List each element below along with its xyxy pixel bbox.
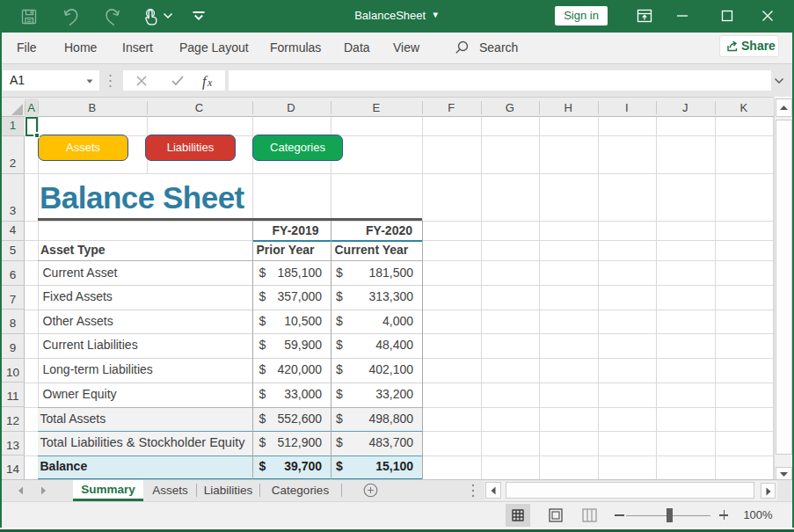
- svg-text:x: x: [207, 77, 213, 89]
